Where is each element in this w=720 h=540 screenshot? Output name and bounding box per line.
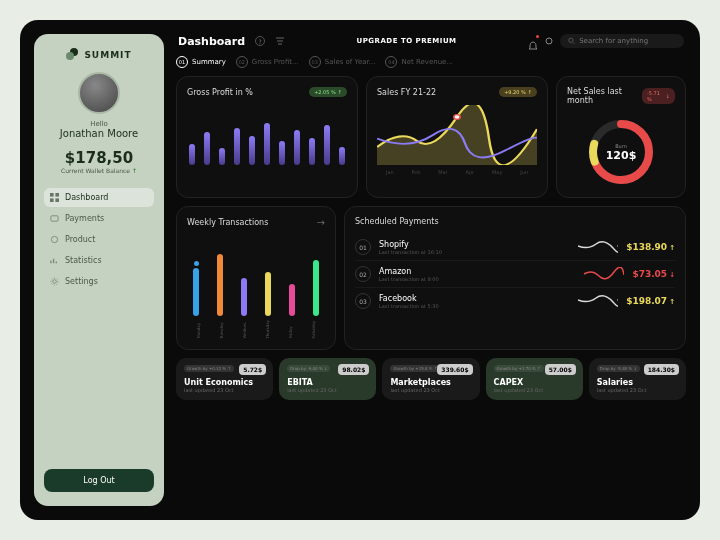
stat-sub: last updated 23 Oct	[287, 387, 368, 393]
sparkline	[578, 294, 618, 308]
weekly-days: MondayTuesdayWednes.ThursdayFridaySaturd…	[187, 320, 325, 339]
payment-sub: Last transaction at 9:00	[379, 276, 576, 282]
payment-row[interactable]: 01 ShopifyLast transaction at 16:10 $138…	[355, 234, 675, 261]
burn-gauge: Burn120$	[586, 117, 656, 187]
nav-payments[interactable]: Payments	[44, 209, 154, 228]
stat-card[interactable]: Growth by +0.32 % ↑ 5.72$ Unit Economics…	[176, 358, 273, 400]
upgrade-cta[interactable]: UPGRADE TO PREMIUM	[295, 37, 518, 45]
svg-rect-0	[50, 193, 54, 197]
tab-gross-profit[interactable]: 02Gross Profit...	[236, 56, 299, 68]
avatar[interactable]	[78, 72, 120, 114]
sales-fy-card: Sales FY 21-22+9.20 % ↑ JanFebMarAprMayJ…	[366, 76, 548, 198]
sales-badge: +9.20 % ↑	[499, 87, 537, 97]
stat-value: 339.60$	[437, 364, 472, 375]
payments-title: Scheduled Payments	[355, 217, 439, 226]
gross-badge: +2.05 % ↑	[309, 87, 347, 97]
weekly-bars: .wbar:nth-child(1)::after{background:#3a…	[187, 236, 325, 316]
weekly-title: Weekly Transactions	[187, 218, 268, 227]
stat-sub: last updated 23 Oct	[494, 387, 575, 393]
sales-title: Sales FY 21-22	[377, 88, 436, 97]
box-icon	[50, 235, 59, 244]
wallet-balance: $178,50	[65, 149, 133, 167]
gear-icon	[50, 277, 59, 286]
stat-value: 57.00$	[545, 364, 576, 375]
stat-name: Salaries	[597, 378, 678, 387]
svg-point-5	[51, 236, 57, 242]
chart-icon	[50, 256, 59, 265]
settings-icon[interactable]	[544, 36, 554, 46]
nav-dashboard[interactable]: Dashboard	[44, 188, 154, 207]
username: Jonathan Moore	[60, 128, 138, 139]
payment-index: 01	[355, 239, 371, 255]
search-icon	[568, 37, 575, 45]
gross-bars	[187, 105, 347, 165]
svg-rect-4	[51, 216, 58, 221]
search-input[interactable]	[579, 37, 676, 45]
payment-name: Facebook	[379, 294, 570, 303]
nav: Dashboard Payments Product Statistics Se…	[44, 188, 154, 469]
svg-rect-2	[50, 198, 54, 202]
svg-point-9	[569, 38, 573, 42]
net-sales-card: Net Sales last month-5.71 % ↓ Burn120$	[556, 76, 686, 198]
stat-value: 98.02$	[338, 364, 369, 375]
payment-name: Amazon	[379, 267, 576, 276]
stat-sub: last updated 23 Oct	[597, 387, 678, 393]
weekly-card: Weekly Transactions→ .wbar:nth-child(1):…	[176, 206, 336, 350]
sidebar: SUMMIT Hello Jonathan Moore $178,50 Curr…	[34, 34, 164, 506]
payment-sub: Last transaction at 5:30	[379, 303, 570, 309]
main: Dashboard ? UPGRADE TO PREMIUM 01Summary…	[176, 34, 686, 506]
nav-product[interactable]: Product	[44, 230, 154, 249]
stat-name: Marketplaces	[390, 378, 471, 387]
stat-value: 184.30$	[644, 364, 679, 375]
svg-point-8	[546, 38, 552, 44]
nav-settings[interactable]: Settings	[44, 272, 154, 291]
stats-row: Growth by +0.32 % ↑ 5.72$ Unit Economics…	[176, 358, 686, 400]
filter-icon[interactable]	[275, 36, 285, 46]
help-icon[interactable]: ?	[255, 36, 265, 46]
payment-row[interactable]: 02 AmazonLast transaction at 9:00 $73.05…	[355, 261, 675, 288]
tab-summary[interactable]: 01Summary	[176, 56, 226, 68]
search-box[interactable]	[560, 34, 684, 48]
logo: SUMMIT	[66, 48, 131, 62]
logo-icon	[66, 48, 80, 62]
stat-name: Unit Economics	[184, 378, 265, 387]
tab-sales-year[interactable]: 03Sales of Year...	[309, 56, 376, 68]
netsales-badge: -5.71 % ↓	[642, 88, 675, 104]
stat-sub: last updated 23 Oct	[184, 387, 265, 393]
payment-row[interactable]: 03 FacebookLast transaction at 5:30 $198…	[355, 288, 675, 314]
payment-amount: $73.05↓	[632, 269, 675, 279]
stat-value: 5.72$	[239, 364, 266, 375]
hello-label: Hello	[90, 120, 108, 128]
svg-rect-1	[55, 193, 59, 197]
stat-card[interactable]: Drop by -5.80 % ↓ 184.30$ Salaries last …	[589, 358, 686, 400]
sparkline	[578, 240, 618, 254]
stat-card[interactable]: Drop by -9.00 % ↓ 98.02$ EBITA last upda…	[279, 358, 376, 400]
stat-name: CAPEX	[494, 378, 575, 387]
page-title: Dashboard	[178, 35, 245, 48]
svg-point-7	[51, 278, 58, 285]
stat-card[interactable]: Growth by +1.70 % ↑ 57.00$ CAPEX last up…	[486, 358, 583, 400]
sales-months: JanFebMarAprMayJun	[377, 169, 537, 175]
tab-net-revenue[interactable]: 04Net Revenue...	[385, 56, 453, 68]
svg-point-6	[53, 280, 57, 284]
stat-card[interactable]: Growth by +15.8 % ↑ 339.60$ Marketplaces…	[382, 358, 479, 400]
payment-index: 02	[355, 266, 371, 282]
brand-name: SUMMIT	[84, 50, 131, 60]
payment-amount: $138.90↑	[626, 242, 675, 252]
gross-title: Gross Profit in %	[187, 88, 253, 97]
bell-icon[interactable]	[528, 36, 538, 46]
payment-name: Shopify	[379, 240, 570, 249]
sales-chart	[377, 105, 537, 165]
sparkline	[584, 267, 624, 281]
grid-icon	[50, 193, 59, 202]
logout-button[interactable]: Log Out	[44, 469, 154, 492]
payment-amount: $198.07↑	[626, 296, 675, 306]
tabs: 01Summary 02Gross Profit... 03Sales of Y…	[176, 56, 686, 68]
arrow-right-icon[interactable]: →	[317, 217, 325, 228]
netsales-title: Net Sales last month	[567, 87, 642, 105]
payment-sub: Last transaction at 16:10	[379, 249, 570, 255]
payments-card: Scheduled Payments 01 ShopifyLast transa…	[344, 206, 686, 350]
wallet-balance-label: Current Wallet Balance ↑	[61, 167, 137, 174]
nav-statistics[interactable]: Statistics	[44, 251, 154, 270]
gross-profit-card: Gross Profit in %+2.05 % ↑	[176, 76, 358, 198]
